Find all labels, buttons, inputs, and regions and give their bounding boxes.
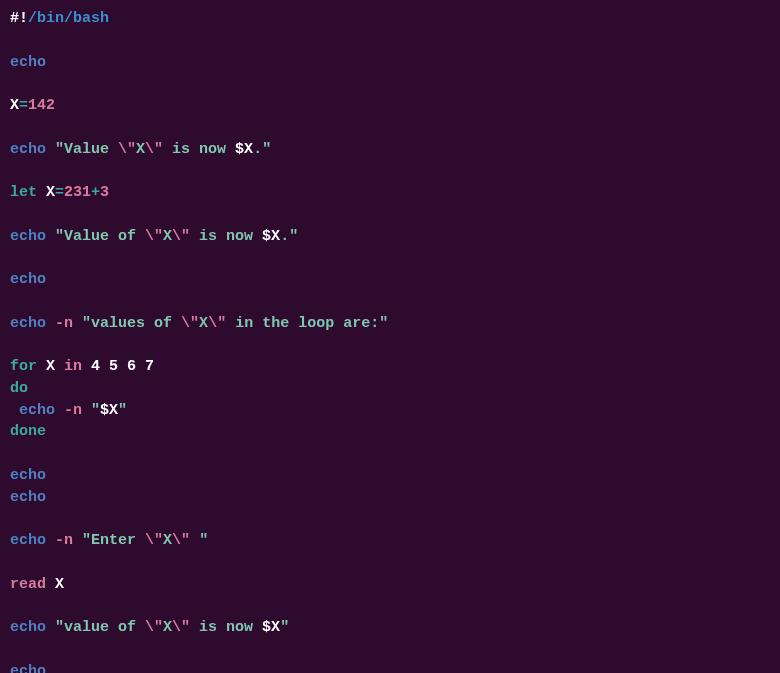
token-var: X bbox=[10, 97, 19, 114]
token-escape: \" bbox=[145, 228, 163, 245]
token-space bbox=[46, 315, 55, 332]
code-line bbox=[10, 291, 770, 313]
token-string: "values of bbox=[82, 315, 181, 332]
token-read: read bbox=[10, 576, 46, 593]
token-space bbox=[46, 576, 55, 593]
token-echo: echo bbox=[10, 54, 46, 71]
token-escape: \" bbox=[208, 315, 226, 332]
token-var: 4 5 6 7 bbox=[91, 358, 154, 375]
code-line: #!/bin/bash bbox=[10, 8, 770, 30]
token-string: " bbox=[190, 532, 208, 549]
code-editor[interactable]: #!/bin/bash echo X=142 echo "Value \"X\"… bbox=[10, 8, 770, 673]
token-string: " bbox=[280, 619, 289, 636]
token-echo: echo bbox=[10, 228, 46, 245]
code-line: let X=231+3 bbox=[10, 182, 770, 204]
code-line: X=142 bbox=[10, 95, 770, 117]
code-line: echo -n "values of \"X\" in the loop are… bbox=[10, 313, 770, 335]
token-escape: \" bbox=[181, 315, 199, 332]
token-string: " bbox=[91, 402, 100, 419]
token-escape: \" bbox=[145, 141, 163, 158]
token-string: "Enter bbox=[82, 532, 145, 549]
token-escape: \" bbox=[172, 532, 190, 549]
token-escape: \" bbox=[118, 141, 136, 158]
token-string: X bbox=[199, 315, 208, 332]
code-line bbox=[10, 247, 770, 269]
code-line: echo -n "$X" bbox=[10, 400, 770, 422]
code-line: echo -n "Enter \"X\" " bbox=[10, 530, 770, 552]
token-string: "Value bbox=[55, 141, 118, 158]
token-echo: echo bbox=[10, 141, 46, 158]
token-num: 231 bbox=[64, 184, 91, 201]
code-line: echo "Value of \"X\" is now $X." bbox=[10, 226, 770, 248]
code-line: echo "value of \"X\" is now $X" bbox=[10, 617, 770, 639]
code-line: read X bbox=[10, 574, 770, 596]
token-eq: = bbox=[19, 97, 28, 114]
token-string: in the loop are:" bbox=[226, 315, 388, 332]
token-string: X bbox=[163, 532, 172, 549]
token-space bbox=[82, 402, 91, 419]
token-in: in bbox=[64, 358, 82, 375]
code-line bbox=[10, 595, 770, 617]
token-string: X bbox=[163, 619, 172, 636]
token-done: done bbox=[10, 423, 46, 440]
token-string: ." bbox=[280, 228, 298, 245]
token-var: X bbox=[55, 576, 64, 593]
token-space bbox=[82, 358, 91, 375]
token-flag: -n bbox=[64, 402, 82, 419]
code-line bbox=[10, 30, 770, 52]
token-plus: + bbox=[91, 184, 100, 201]
token-space bbox=[37, 184, 46, 201]
token-space bbox=[46, 619, 55, 636]
token-string: ." bbox=[253, 141, 271, 158]
token-echo: echo bbox=[10, 467, 46, 484]
token-echo: echo bbox=[10, 489, 46, 506]
code-line bbox=[10, 508, 770, 530]
token-escape: \" bbox=[145, 619, 163, 636]
token-echo: echo bbox=[10, 271, 46, 288]
token-var: X bbox=[46, 184, 55, 201]
token-num: 142 bbox=[28, 97, 55, 114]
code-line: echo bbox=[10, 269, 770, 291]
token-space bbox=[46, 532, 55, 549]
token-space bbox=[46, 141, 55, 158]
code-line: for X in 4 5 6 7 bbox=[10, 356, 770, 378]
token-string: "Value of bbox=[55, 228, 145, 245]
code-line bbox=[10, 160, 770, 182]
token-eq: = bbox=[55, 184, 64, 201]
token-flag: -n bbox=[55, 532, 73, 549]
code-line: done bbox=[10, 421, 770, 443]
token-echo: echo bbox=[10, 315, 46, 332]
token-echo: echo bbox=[10, 532, 46, 549]
token-echo: echo bbox=[10, 663, 46, 674]
token-dollar: $X bbox=[100, 402, 118, 419]
token-space bbox=[73, 532, 82, 549]
code-line bbox=[10, 334, 770, 356]
code-line: echo bbox=[10, 465, 770, 487]
token-string: X bbox=[136, 141, 145, 158]
token-dollar: $X bbox=[235, 141, 253, 158]
code-line: echo "Value \"X\" is now $X." bbox=[10, 139, 770, 161]
token-flag: -n bbox=[55, 315, 73, 332]
token-dollar: $X bbox=[262, 228, 280, 245]
token-string: X bbox=[163, 228, 172, 245]
token-do: do bbox=[10, 380, 28, 397]
code-line bbox=[10, 117, 770, 139]
token-string: is now bbox=[190, 228, 262, 245]
code-line: do bbox=[10, 378, 770, 400]
token-string: is now bbox=[163, 141, 235, 158]
token-string: "value of bbox=[55, 619, 145, 636]
code-line: echo bbox=[10, 661, 770, 674]
code-line bbox=[10, 639, 770, 661]
token-echo: echo bbox=[19, 402, 55, 419]
token-shebang-path: /bin/bash bbox=[28, 10, 109, 27]
code-line bbox=[10, 73, 770, 95]
token-echo: echo bbox=[10, 619, 46, 636]
token-space bbox=[10, 402, 19, 419]
token-let: let bbox=[10, 184, 37, 201]
token-space bbox=[55, 358, 64, 375]
token-num: 3 bbox=[100, 184, 109, 201]
token-escape: \" bbox=[172, 228, 190, 245]
token-shebang-hash: #! bbox=[10, 10, 28, 27]
code-line: echo bbox=[10, 52, 770, 74]
token-string: " bbox=[118, 402, 127, 419]
